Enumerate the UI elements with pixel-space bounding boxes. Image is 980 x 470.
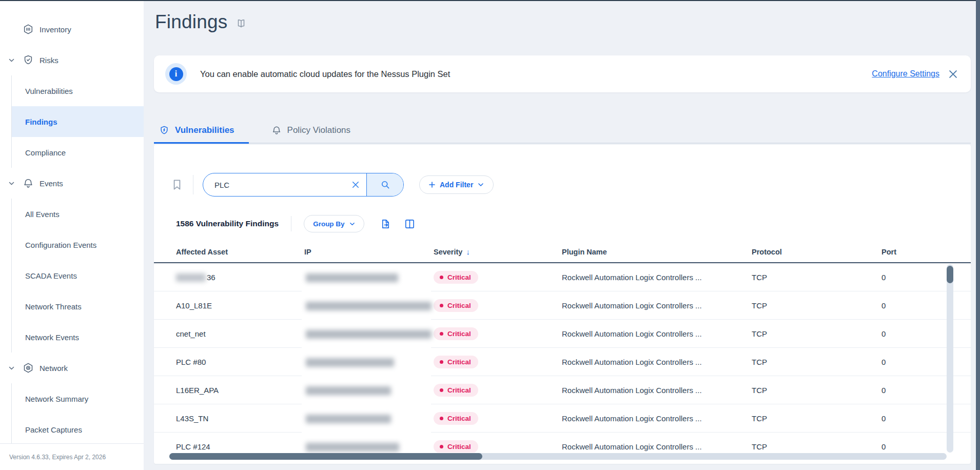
bookmark-icon[interactable] bbox=[170, 178, 184, 191]
horizontal-scrollbar-thumb[interactable] bbox=[169, 453, 482, 460]
severity-badge: Critical bbox=[434, 412, 478, 425]
cell-affected-asset: L16ER_APA bbox=[176, 386, 304, 395]
docs-book-icon[interactable] bbox=[236, 18, 247, 29]
cell-protocol: TCP bbox=[752, 358, 881, 366]
sidebar-sub-group: Network SummaryPacket Captures bbox=[11, 383, 144, 445]
group-by-label: Group By bbox=[313, 220, 345, 228]
severity-badge: Critical bbox=[434, 327, 478, 340]
sidebar-item-findings[interactable]: Findings bbox=[12, 106, 144, 137]
column-header-affected-asset[interactable]: Affected Asset bbox=[176, 248, 304, 256]
cell-protocol: TCP bbox=[752, 301, 881, 310]
search-input[interactable] bbox=[203, 173, 345, 196]
columns-icon[interactable] bbox=[404, 218, 416, 230]
divider bbox=[291, 216, 291, 231]
add-filter-button[interactable]: Add Filter bbox=[419, 175, 494, 194]
cell-protocol: TCP bbox=[752, 273, 881, 282]
severity-dot-icon bbox=[440, 332, 443, 336]
bell-icon bbox=[271, 125, 282, 135]
search-row: Add Filter bbox=[154, 173, 971, 197]
cell-plugin-name: Rockwell Automation Logix Controllers ..… bbox=[562, 386, 752, 395]
chevron-down-icon bbox=[8, 365, 15, 371]
network-icon bbox=[23, 362, 34, 374]
sidebar-item-inventory[interactable]: Inventory bbox=[0, 14, 144, 45]
table-row[interactable]: cnet_netCriticalRockwell Automation Logi… bbox=[154, 320, 971, 348]
bell-icon bbox=[23, 178, 34, 189]
sidebar-item-packet-captures[interactable]: Packet Captures bbox=[12, 414, 144, 445]
severity-dot-icon bbox=[440, 417, 443, 420]
sidebar-item-events[interactable]: Events bbox=[0, 168, 144, 199]
horizontal-scrollbar[interactable] bbox=[169, 453, 947, 460]
cell-affected-asset: L43S_TN bbox=[176, 414, 304, 423]
tab-label: Vulnerabilities bbox=[175, 125, 234, 135]
cell-severity: Critical bbox=[434, 440, 562, 453]
table-row[interactable]: 36CriticalRockwell Automation Logix Cont… bbox=[154, 263, 971, 291]
column-header-plugin-name[interactable]: Plugin Name bbox=[562, 248, 752, 256]
search-clear-icon[interactable] bbox=[345, 173, 366, 196]
chevron-down-icon bbox=[8, 180, 15, 187]
cell-severity: Critical bbox=[434, 412, 562, 425]
findings-count: 1586 Vulnerability Findings bbox=[176, 219, 279, 228]
sidebar-item-network-events[interactable]: Network Events bbox=[12, 322, 144, 352]
tab-vulnerabilities[interactable]: Vulnerabilities bbox=[154, 118, 249, 143]
sidebar-item-network-summary[interactable]: Network Summary bbox=[12, 383, 144, 414]
sidebar-item-configuration-events[interactable]: Configuration Events bbox=[12, 229, 144, 260]
sort-desc-arrow-icon: ↓ bbox=[466, 247, 470, 256]
cell-affected-asset: 36 bbox=[176, 273, 304, 282]
table-body: 36CriticalRockwell Automation Logix Cont… bbox=[154, 263, 971, 453]
sidebar-item-risks[interactable]: Risks bbox=[0, 45, 144, 75]
cell-protocol: TCP bbox=[752, 442, 881, 451]
plus-icon bbox=[429, 182, 435, 188]
search-button[interactable] bbox=[366, 173, 403, 196]
sidebar-item-all-events[interactable]: All Events bbox=[12, 199, 144, 229]
column-header-ip[interactable]: IP bbox=[304, 248, 434, 256]
cell-severity: Critical bbox=[434, 384, 562, 397]
sidebar-item-network[interactable]: Network bbox=[0, 352, 144, 383]
tab-label: Policy Violations bbox=[287, 125, 350, 135]
cell-protocol: TCP bbox=[752, 329, 881, 338]
app-window: InventoryRisksVulnerabilitiesFindingsCom… bbox=[0, 0, 980, 470]
cell-affected-asset: cnet_net bbox=[176, 329, 304, 338]
column-header-port[interactable]: Port bbox=[881, 248, 947, 256]
configure-settings-link[interactable]: Configure Settings bbox=[872, 69, 939, 79]
severity-dot-icon bbox=[440, 388, 443, 392]
vertical-scrollbar-thumb[interactable] bbox=[947, 266, 953, 283]
table-row[interactable]: L43S_TNCriticalRockwell Automation Logix… bbox=[154, 404, 971, 433]
sidebar-item-compliance[interactable]: Compliance bbox=[12, 137, 144, 168]
group-by-button[interactable]: Group By bbox=[304, 215, 364, 232]
cell-protocol: TCP bbox=[752, 386, 881, 395]
severity-dot-icon bbox=[440, 304, 443, 307]
severity-dot-icon bbox=[440, 276, 443, 279]
severity-badge: Critical bbox=[434, 271, 478, 284]
column-header-severity[interactable]: Severity↓ bbox=[434, 247, 562, 256]
table-row[interactable]: A10_L81ECriticalRockwell Automation Logi… bbox=[154, 291, 971, 320]
info-icon: i bbox=[165, 63, 187, 85]
banner-close-icon[interactable] bbox=[949, 70, 957, 79]
ip-redaction-overlay bbox=[302, 264, 431, 452]
cell-port: 0 bbox=[881, 301, 947, 310]
findings-card: Add Filter 1586 Vulnerability Findings G… bbox=[154, 145, 971, 464]
cell-port: 0 bbox=[881, 442, 947, 451]
divider bbox=[193, 175, 193, 194]
table-row[interactable]: PLC #124CriticalRockwell Automation Logi… bbox=[154, 433, 971, 453]
tab-policy-violations[interactable]: Policy Violations bbox=[266, 118, 365, 143]
severity-badge: Critical bbox=[434, 440, 478, 453]
chevron-down-icon bbox=[349, 221, 355, 227]
redacted-ip-value bbox=[306, 443, 399, 452]
cell-affected-asset: A10_L81E bbox=[176, 301, 304, 310]
vertical-scrollbar[interactable] bbox=[947, 264, 953, 453]
column-header-protocol[interactable]: Protocol bbox=[752, 248, 881, 256]
cell-severity: Critical bbox=[434, 356, 562, 368]
cell-severity: Critical bbox=[434, 327, 562, 340]
cell-port: 0 bbox=[881, 386, 947, 395]
table-row[interactable]: L16ER_APACriticalRockwell Automation Log… bbox=[154, 376, 971, 404]
cell-port: 0 bbox=[881, 273, 947, 282]
table-row[interactable]: PLC #80CriticalRockwell Automation Logix… bbox=[154, 348, 971, 376]
sidebar-item-network-threats[interactable]: Network Threats bbox=[12, 291, 144, 322]
window-scrollbar-edge[interactable] bbox=[976, 0, 980, 470]
sidebar-sub-group: All EventsConfiguration EventsSCADA Even… bbox=[11, 199, 144, 352]
sidebar-item-vulnerabilities[interactable]: Vulnerabilities bbox=[12, 75, 144, 106]
export-icon[interactable] bbox=[380, 218, 391, 230]
cell-severity: Critical bbox=[434, 271, 562, 284]
sidebar-item-scada-events[interactable]: SCADA Events bbox=[12, 260, 144, 291]
cell-plugin-name: Rockwell Automation Logix Controllers ..… bbox=[562, 273, 752, 282]
